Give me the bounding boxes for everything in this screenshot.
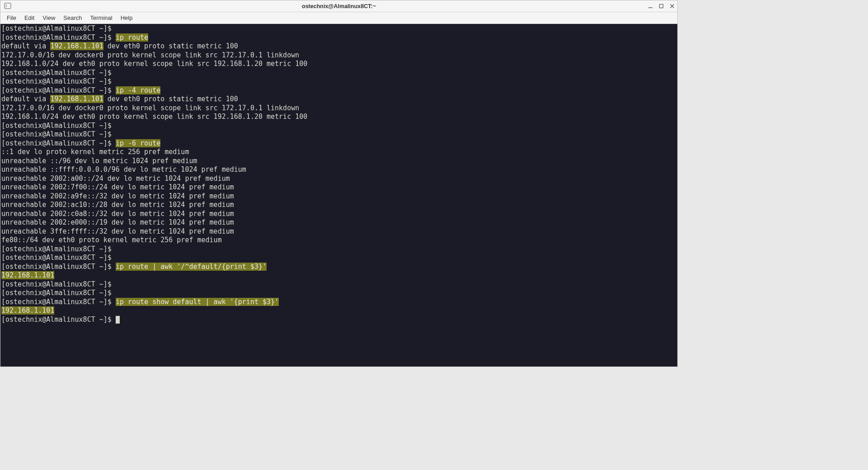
svg-rect-2 (659, 5, 663, 8)
terminal-line: 192.168.1.0/24 dev eth0 proto kernel sco… (1, 113, 676, 122)
terminal-line: unreachable 2002:e000::/19 dev lo metric… (1, 218, 676, 227)
menu-terminal[interactable]: Terminal (87, 13, 116, 23)
terminal-line: unreachable 2002:7f00::/24 dev lo metric… (1, 183, 676, 192)
menubar: File Edit View Search Terminal Help (0, 12, 677, 24)
terminal-line: [ostechnix@Almalinux8CT ~]$ ip route | a… (1, 263, 676, 272)
window-title: ostechnix@Almalinux8CT:~ (302, 3, 376, 9)
terminal-line: unreachable ::/96 dev lo metric 1024 pre… (1, 157, 676, 166)
terminal-line: unreachable 2002:a9fe::/32 dev lo metric… (1, 192, 676, 201)
terminal-line: 192.168.1.101 (1, 306, 676, 315)
terminal-line: [ostechnix@Almalinux8CT ~]$ ip route (1, 33, 676, 42)
menu-edit[interactable]: Edit (21, 13, 38, 23)
terminal-window: ostechnix@Almalinux8CT:~ File Edit View … (0, 0, 678, 367)
terminal-line: [ostechnix@Almalinux8CT ~]$ (1, 289, 676, 298)
terminal-line: [ostechnix@Almalinux8CT ~]$ (1, 24, 676, 33)
terminal-line: default via 192.168.1.101 dev eth0 proto… (1, 95, 676, 104)
terminal-line: unreachable 2002:c0a8::/32 dev lo metric… (1, 210, 676, 219)
terminal-line: [ostechnix@Almalinux8CT ~]$ (1, 254, 676, 263)
terminal-line: [ostechnix@Almalinux8CT ~]$ ip -4 route (1, 86, 676, 95)
terminal-line: [ostechnix@Almalinux8CT ~]$ (1, 122, 676, 131)
terminal-line: 172.17.0.0/16 dev docker0 proto kernel s… (1, 51, 676, 60)
cursor (116, 316, 120, 324)
terminal-line: [ostechnix@Almalinux8CT ~]$ (1, 280, 676, 289)
terminal-line: [ostechnix@Almalinux8CT ~]$ ip -6 route (1, 139, 676, 148)
terminal-line: fe80::/64 dev eth0 proto kernel metric 2… (1, 236, 676, 245)
minimize-button[interactable] (647, 4, 653, 9)
svg-rect-0 (5, 3, 11, 9)
menu-help[interactable]: Help (117, 13, 136, 23)
terminal-line: unreachable 2002:ac10::/28 dev lo metric… (1, 201, 676, 210)
terminal-line: unreachable 2002:a00::/24 dev lo metric … (1, 174, 676, 183)
maximize-button[interactable] (658, 4, 664, 9)
terminal-line: 192.168.1.0/24 dev eth0 proto kernel sco… (1, 60, 676, 69)
terminal-line: unreachable 3ffe:ffff::/32 dev lo metric… (1, 227, 676, 236)
terminal-line: [ostechnix@Almalinux8CT ~]$ (1, 77, 676, 86)
terminal-output[interactable]: [ostechnix@Almalinux8CT ~]$ [ostechnix@A… (0, 24, 677, 367)
terminal-line: unreachable ::ffff:0.0.0.0/96 dev lo met… (1, 165, 676, 174)
titlebar[interactable]: ostechnix@Almalinux8CT:~ (0, 0, 677, 12)
menu-view[interactable]: View (39, 13, 59, 23)
app-icon (4, 2, 11, 9)
terminal-line: ::1 dev lo proto kernel metric 256 pref … (1, 148, 676, 157)
menu-search[interactable]: Search (60, 13, 85, 23)
terminal-line: [ostechnix@Almalinux8CT ~]$ (1, 245, 676, 254)
menu-file[interactable]: File (3, 13, 20, 23)
terminal-line: [ostechnix@Almalinux8CT ~]$ (1, 69, 676, 78)
terminal-line: [ostechnix@Almalinux8CT ~]$ (1, 130, 676, 139)
close-button[interactable] (669, 4, 675, 9)
window-controls (647, 0, 675, 12)
terminal-line: [ostechnix@Almalinux8CT ~]$ (1, 315, 676, 324)
terminal-line: 192.168.1.101 (1, 271, 676, 280)
terminal-line: default via 192.168.1.101 dev eth0 proto… (1, 42, 676, 51)
terminal-line: [ostechnix@Almalinux8CT ~]$ ip route sho… (1, 298, 676, 307)
terminal-line: 172.17.0.0/16 dev docker0 proto kernel s… (1, 104, 676, 113)
